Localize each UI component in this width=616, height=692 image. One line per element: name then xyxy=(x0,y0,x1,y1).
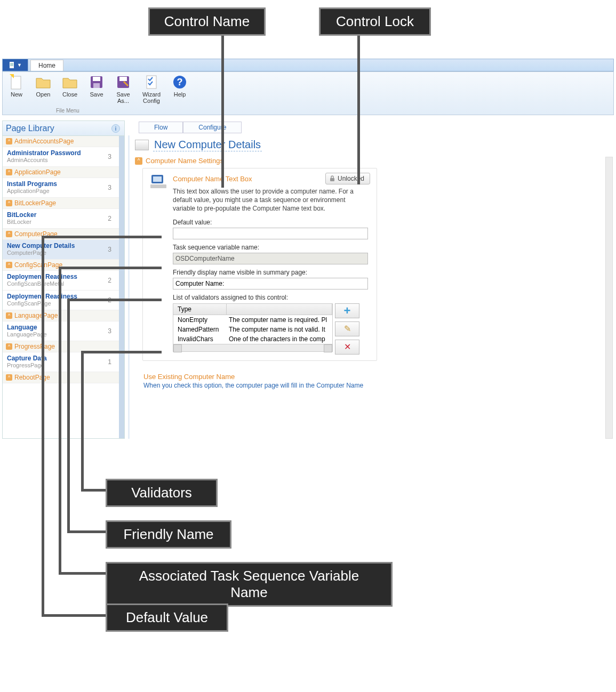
validator-row[interactable]: NamedPatternThe computer name is not val… xyxy=(173,325,332,334)
library-group[interactable]: ^AdminAccountsPage xyxy=(3,136,119,147)
library-item[interactable]: BitLockerBitLocker2 xyxy=(3,209,119,229)
wizard-config-icon xyxy=(143,74,159,90)
chevron-up-icon: ^ xyxy=(6,200,12,206)
chevron-up-icon: ^ xyxy=(6,374,12,381)
chevron-up-icon: ^ xyxy=(6,169,12,175)
tab-home[interactable]: Home xyxy=(30,60,63,71)
svg-rect-7 xyxy=(119,77,127,81)
main-area: New Computer Details ^ Computer Name Set… xyxy=(128,135,613,439)
document-icon xyxy=(9,61,16,69)
callout-control-lock: Control Lock xyxy=(319,7,431,36)
library-item[interactable]: Install ProgramsApplicationPage3 xyxy=(3,178,119,198)
save-as-button[interactable]: Save As... xyxy=(113,74,134,104)
chevron-up-icon: ^ xyxy=(6,138,12,144)
add-validator-button[interactable]: + xyxy=(335,303,359,318)
use-existing-heading: Use Existing Computer Name xyxy=(130,371,613,382)
library-group[interactable]: ^ApplicationPage xyxy=(3,167,119,178)
validators-list[interactable]: Type NonEmptyThe computer name is requir… xyxy=(173,303,333,352)
new-file-icon xyxy=(9,74,25,90)
callout-default-value: Default Value xyxy=(106,604,228,632)
chevron-up-icon: ^ xyxy=(135,157,142,165)
wizard-config-button[interactable]: Wizard Config xyxy=(139,74,164,104)
ribbon-group-label: File Menu xyxy=(56,108,79,114)
validators-col-type: Type xyxy=(173,304,227,315)
main-scrollbar[interactable] xyxy=(605,157,613,439)
ribbon: New Open Close Save Save As... Wizard Co… xyxy=(2,71,614,115)
help-icon: ? xyxy=(172,74,188,90)
control-card: Computer Name Text Box Unlocked This tex… xyxy=(142,168,377,361)
computer-icon xyxy=(149,174,167,190)
tsvar-label: Task sequence variable name: xyxy=(173,244,368,251)
info-icon[interactable]: i xyxy=(111,124,120,133)
chevron-up-icon: ^ xyxy=(6,262,12,268)
callout-control-name: Control Name xyxy=(148,7,266,36)
callout-friendly-name: Friendly Name xyxy=(106,520,231,549)
page-title: New Computer Details xyxy=(153,139,262,151)
friendly-input[interactable] xyxy=(173,278,368,289)
save-as-icon xyxy=(115,74,131,90)
pencil-icon: ✎ xyxy=(344,324,351,334)
validators-label: List of validators assigned to this cont… xyxy=(173,294,368,301)
folder-open-icon xyxy=(35,74,51,90)
close-button[interactable]: Close xyxy=(59,74,81,98)
page-library-panel: Page Library i ^AdminAccountsPageAdminis… xyxy=(2,120,125,439)
lock-icon xyxy=(329,175,335,182)
chevron-up-icon: ^ xyxy=(6,231,12,237)
library-scrollbar[interactable] xyxy=(119,136,124,438)
svg-rect-0 xyxy=(10,62,14,68)
callout-tsvar: Associated Task Sequence Variable Name xyxy=(106,562,393,607)
svg-rect-1 xyxy=(11,76,21,89)
control-description: This text box allows the user to provide… xyxy=(173,187,368,213)
edit-validator-button[interactable]: ✎ xyxy=(335,321,359,336)
section-header[interactable]: ^ Computer Name Settings xyxy=(130,155,613,168)
svg-text:?: ? xyxy=(177,77,183,87)
tsvar-input[interactable] xyxy=(173,253,368,264)
chevron-up-icon: ^ xyxy=(6,312,12,319)
default-value-input[interactable] xyxy=(173,228,368,239)
validator-row[interactable]: InvalidCharsOne of the characters in the… xyxy=(173,334,332,344)
save-button[interactable]: Save xyxy=(86,74,107,98)
library-item[interactable]: New Computer DetailsComputerPage3 xyxy=(3,240,119,260)
open-button[interactable]: Open xyxy=(33,74,54,98)
svg-rect-4 xyxy=(93,77,100,81)
lock-button[interactable]: Unlocked xyxy=(325,173,370,184)
use-existing-desc: When you check this option, the computer… xyxy=(130,382,613,389)
window-icon xyxy=(135,140,149,150)
library-item[interactable]: Administrator PasswordAdminAccounts3 xyxy=(3,147,119,167)
page-library-header: Page Library i xyxy=(3,121,124,136)
x-icon: ✕ xyxy=(344,342,351,352)
remove-validator-button[interactable]: ✕ xyxy=(335,340,359,355)
callout-validators: Validators xyxy=(106,479,218,507)
svg-rect-5 xyxy=(93,83,100,88)
chevron-up-icon: ^ xyxy=(6,343,12,350)
svg-rect-13 xyxy=(150,184,166,188)
file-menu-button[interactable]: ▼ xyxy=(3,59,28,71)
svg-rect-14 xyxy=(330,178,334,181)
validator-row[interactable]: NonEmptyThe computer name is required. P… xyxy=(173,315,332,325)
validators-hscrollbar[interactable] xyxy=(173,344,332,351)
title-bar: ▼ Home xyxy=(2,59,614,71)
save-icon xyxy=(89,74,105,90)
new-button[interactable]: New xyxy=(6,74,27,98)
svg-rect-12 xyxy=(153,176,162,182)
library-group[interactable]: ^BitLockerPage xyxy=(3,198,119,209)
friendly-label: Friendly display name visible in summary… xyxy=(173,269,368,276)
validators-col-blank xyxy=(227,304,332,315)
folder-close-icon xyxy=(62,74,78,90)
help-button[interactable]: ? Help xyxy=(169,74,190,98)
tab-flow[interactable]: Flow xyxy=(139,122,183,133)
plus-icon: + xyxy=(344,304,351,318)
default-value-label: Default value: xyxy=(173,219,368,226)
tab-configure[interactable]: Configure xyxy=(183,122,242,133)
